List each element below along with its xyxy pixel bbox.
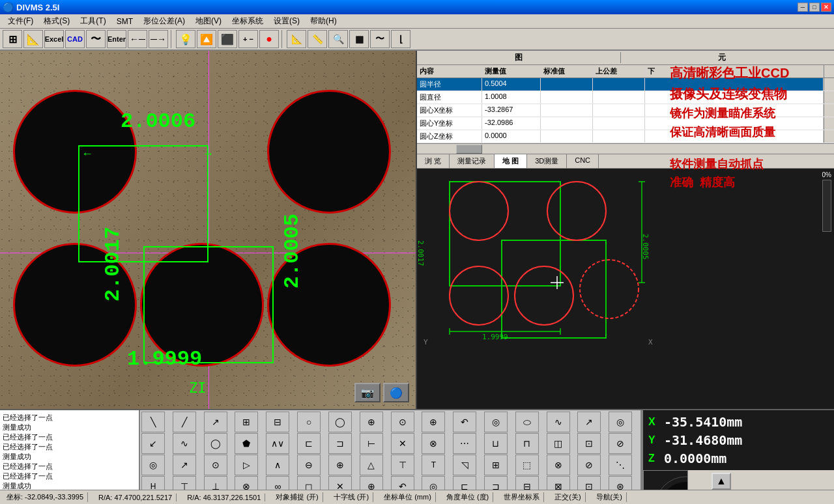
h-scrollbar[interactable]	[417, 143, 834, 154]
table-row-3[interactable]: 圆心Y坐标 -32.0986	[417, 117, 834, 130]
tool-r3-8[interactable]: △	[360, 455, 383, 475]
tool-r3-16[interactable]: ⋱	[609, 455, 632, 475]
tool-r2-10[interactable]: ⊗	[422, 433, 445, 454]
table-row-0[interactable]: 圆半径 0.5004	[417, 78, 834, 91]
tab-3d[interactable]: 3D测量	[527, 154, 567, 168]
tb-ruler-btn[interactable]: 📏	[308, 30, 327, 48]
h-scroll-thumb[interactable]	[456, 145, 482, 154]
tool-circle-dot[interactable]: ⊙	[391, 412, 414, 432]
tb-search-btn[interactable]: 🔍	[328, 30, 348, 48]
tool-concentric[interactable]: ◎	[484, 412, 508, 432]
map-display[interactable]: 1.9999 2.0005 2.0017 Y X 0%	[417, 169, 834, 409]
menu-file[interactable]: 文件(F)	[3, 14, 38, 28]
tool-r2-4[interactable]: ⬟	[235, 433, 258, 454]
tool-line-arrow[interactable]: ↗	[204, 412, 227, 432]
tb-curve-btn[interactable]: 〜	[86, 30, 106, 48]
nav-up-button[interactable]: ▲	[712, 473, 731, 490]
menu-tools[interactable]: 工具(T)	[75, 14, 111, 28]
tb-enter-btn[interactable]: Enter	[107, 30, 126, 48]
tool-r2-9[interactable]: ✕	[391, 433, 414, 454]
tool-r3-7[interactable]: ⊕	[328, 455, 352, 475]
tb-grid2-btn[interactable]: ▦	[349, 30, 369, 48]
tool-r3-11[interactable]: ◹	[453, 455, 476, 475]
menu-coords[interactable]: 坐标系统	[227, 14, 268, 28]
tab-map[interactable]: 地 图	[495, 154, 527, 168]
tool-r2-1[interactable]: ↙	[141, 433, 165, 454]
tool-r2-12[interactable]: ⊔	[484, 433, 508, 454]
close-button[interactable]: ✕	[821, 3, 831, 12]
menu-tolerance[interactable]: 形位公差(A)	[138, 14, 190, 28]
tool-r2-6[interactable]: ⊏	[297, 433, 321, 454]
tool-r3-6[interactable]: ⊖	[297, 455, 321, 475]
icon-camera[interactable]: 📷	[354, 383, 381, 402]
tab-browse[interactable]: 浏 览	[417, 154, 450, 168]
tool-circle[interactable]: ○	[297, 412, 321, 432]
tool-r2-3[interactable]: ◯	[204, 433, 227, 454]
tab-records[interactable]: 测量记录	[450, 154, 495, 168]
tool-r2-13[interactable]: ⊓	[515, 433, 539, 454]
tb-angle-btn[interactable]: 📐	[287, 30, 306, 48]
tool-r3-14[interactable]: ⊗	[547, 455, 570, 475]
tool-circle-cross[interactable]: ⊕	[360, 412, 383, 432]
tool-r3-15[interactable]: ⊘	[577, 455, 601, 475]
tool-ellipse[interactable]: ⬭	[515, 412, 539, 432]
tool-spline[interactable]: ∿	[547, 412, 570, 432]
table-row-1[interactable]: 圆直径 1.0008	[417, 91, 834, 104]
tool-r3-5[interactable]: ∧	[266, 455, 289, 475]
status-orthog[interactable]: 正交(关)	[551, 492, 585, 502]
tool-circle-plus[interactable]: ⊕	[422, 412, 445, 432]
tb-cad-btn[interactable]: CAD	[65, 30, 85, 48]
h-scroll-track[interactable]	[417, 144, 824, 154]
tool-special[interactable]: ◎	[609, 412, 632, 432]
tool-r3-12[interactable]: ⊞	[484, 455, 508, 475]
left-viewport[interactable]: 2.0006 2.0005 2.0017 1.9999 ← → ZI 📷 🔵	[0, 51, 417, 409]
tb-light-btn[interactable]: 💡	[176, 30, 195, 48]
tool-r3-3[interactable]: ⊙	[204, 455, 227, 475]
tool-arc[interactable]: ◯	[328, 412, 352, 432]
tool-rect[interactable]: ⊞	[235, 412, 258, 432]
icon-measure[interactable]: 🔵	[383, 383, 409, 402]
tool-r3-13[interactable]: ⬚	[515, 455, 539, 475]
tool-r2-7[interactable]: ⊐	[328, 433, 352, 454]
tb-excel-btn[interactable]: Excel	[44, 30, 64, 48]
tool-arc-ccw[interactable]: ↶	[453, 412, 476, 432]
tool-r3-4[interactable]: ▷	[235, 455, 258, 475]
tb-left-arrow-btn[interactable]: ←─	[128, 30, 147, 48]
tb-up-btn[interactable]: 🔼	[197, 30, 216, 48]
menu-smt[interactable]: SMT	[111, 16, 138, 27]
tool-r3-2[interactable]: ↗	[173, 455, 196, 475]
tb-grid-btn[interactable]: ⊞	[3, 30, 22, 48]
tool-line-diag[interactable]: ╲	[141, 412, 165, 432]
tb-black-btn[interactable]: ⬛	[218, 30, 237, 48]
tb-dot-btn[interactable]: ●	[259, 30, 279, 48]
tb-tray-btn[interactable]: ⌊	[391, 30, 410, 48]
tool-r2-16[interactable]: ⊘	[609, 433, 632, 454]
menu-help[interactable]: 帮助(H)	[305, 14, 342, 28]
tool-r3-9[interactable]: ⊤	[391, 455, 414, 475]
maximize-button[interactable]: □	[809, 3, 820, 12]
tb-zoom-btn[interactable]: + −	[238, 30, 258, 48]
status-crosshair[interactable]: 十字线 (开)	[330, 492, 373, 502]
tb-measure-btn[interactable]: 📐	[23, 30, 43, 48]
tool-r3-1[interactable]: ◎	[141, 455, 165, 475]
tab-cnc[interactable]: CNC	[567, 154, 599, 168]
menu-map[interactable]: 地图(V)	[190, 14, 227, 28]
tool-r2-8[interactable]: ⊢	[360, 433, 383, 454]
tool-r2-5[interactable]: ∧∨	[266, 433, 289, 454]
tool-r2-2[interactable]: ∿	[173, 433, 196, 454]
tool-r2-14[interactable]: ◫	[547, 433, 570, 454]
menu-settings[interactable]: 设置(S)	[268, 14, 305, 28]
table-row-2[interactable]: 圆心X坐标 -33.2867	[417, 104, 834, 117]
tb-right-arrow-btn[interactable]: ─→	[149, 30, 168, 48]
menu-format[interactable]: 格式(S)	[38, 14, 75, 28]
tool-r3-10[interactable]: T	[422, 455, 445, 475]
tool-rect2[interactable]: ⊟	[266, 412, 289, 432]
tool-line-angle[interactable]: ╱	[173, 412, 196, 432]
table-row-4[interactable]: 圆心Z坐标 0.0000	[417, 130, 834, 143]
tb-wave-btn[interactable]: 〜	[370, 30, 390, 48]
tool-polyline[interactable]: ↗	[577, 412, 601, 432]
status-capture[interactable]: 对象捕捉 (开)	[272, 492, 323, 502]
tool-r2-15[interactable]: ⊡	[577, 433, 601, 454]
status-guide[interactable]: 导航(关)	[592, 492, 627, 502]
minimize-button[interactable]: ─	[798, 3, 808, 12]
